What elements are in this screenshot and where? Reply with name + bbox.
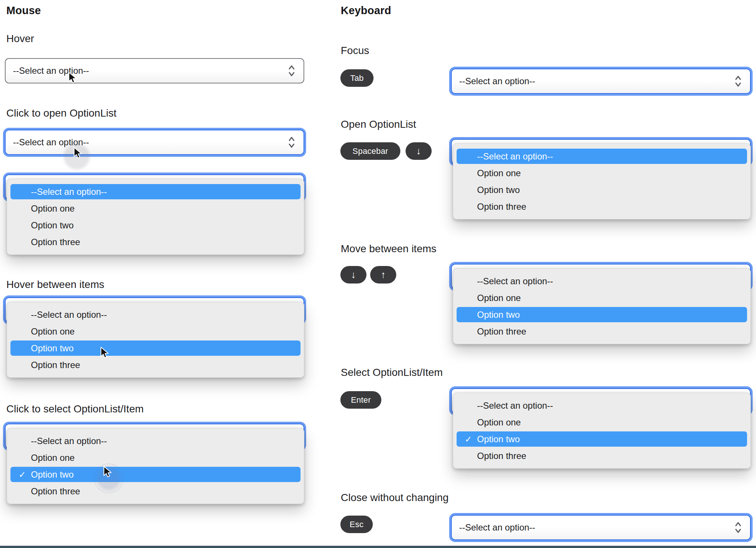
mouse-cursor-icon [72, 147, 83, 159]
optionlist-item[interactable]: Option three [7, 357, 304, 373]
key-arrow-up: ↑ [370, 266, 396, 283]
chevron-up-down-icon [734, 75, 742, 88]
optionlist-item[interactable]: Option one [7, 200, 304, 217]
key-esc: Esc [340, 516, 373, 533]
chevron-up-down-icon [288, 64, 295, 77]
optionlist-panel: --Select an option-- Option one Option t… [7, 179, 304, 255]
optionlist-item[interactable]: Option two [453, 181, 750, 198]
optionlist-item[interactable]: --Select an option-- [7, 306, 304, 323]
optionlist-item[interactable]: --Select an option-- [453, 273, 750, 289]
section-label-close: Close without changing [341, 492, 449, 504]
section-label-hover-items: Hover between items [6, 279, 104, 291]
optionlist-item-active[interactable]: Option two [457, 307, 747, 322]
select-value: --Select an option-- [459, 522, 535, 533]
optionlist-panel: --Select an option-- Option one ✓ Option… [7, 428, 304, 504]
section-label-select-item: Select OptionList/Item [341, 367, 443, 378]
section-label-click-select: Click to select OptionList/Item [6, 403, 144, 415]
check-icon: ✓ [19, 469, 26, 479]
select-close-example[interactable]: --Select an option-- [451, 515, 751, 540]
optionlist-item-selected[interactable]: --Select an option-- [457, 149, 747, 164]
optionlist-item[interactable]: Option three [7, 483, 304, 500]
optionlist-item[interactable]: --Select an option-- [7, 433, 304, 449]
chevron-up-down-icon [734, 521, 742, 534]
optionlist-item[interactable]: --Select an option-- [453, 397, 750, 414]
key-arrow-down: ↓ [340, 266, 366, 283]
section-label-move-items: Move between items [341, 243, 436, 255]
optionlist-item[interactable]: Option three [453, 447, 750, 464]
optionlist-item[interactable]: Option three [453, 323, 750, 340]
optionlist-item[interactable]: Option two [7, 217, 304, 234]
key-tab: Tab [340, 69, 374, 87]
optionlist-panel: --Select an option-- Option one Option t… [7, 302, 304, 378]
optionlist-item[interactable]: Option one [453, 165, 750, 181]
optionlist-panel: --Select an option-- Option one Option t… [453, 143, 751, 219]
select-hover-example[interactable]: --Select an option-- [5, 58, 304, 83]
optionlist-item[interactable]: Option three [7, 234, 304, 250]
mouse-cursor-icon [66, 72, 78, 84]
optionlist-item-selected[interactable]: --Select an option-- [10, 184, 301, 199]
optionlist-panel: --Select an option-- Option one ✓ Option… [453, 393, 751, 469]
optionlist-item[interactable]: Option one [7, 449, 304, 466]
section-label-focus: Focus [341, 45, 369, 57]
optionlist-item[interactable]: Option three [453, 198, 750, 215]
optionlist-panel: --Select an option-- Option one Option t… [453, 268, 751, 344]
optionlist-item[interactable]: Option one [453, 289, 750, 306]
section-label-click-open: Click to open OptionList [6, 107, 117, 119]
check-icon: ✓ [465, 434, 472, 444]
key-spacebar: Spacebar [340, 142, 400, 160]
section-label-open-optionlist: Open OptionList [341, 118, 416, 130]
key-arrow-down: ↓ [406, 142, 432, 160]
select-focus-example[interactable]: --Select an option-- [451, 69, 751, 94]
mouse-cursor-icon [101, 466, 113, 478]
optionlist-item[interactable]: Option one [453, 414, 750, 431]
select-value: --Select an option-- [459, 76, 535, 86]
optionlist-item[interactable]: Option one [7, 323, 304, 340]
optionlist-docs-screenshot: Mouse Hover --Select an option-- Click t… [0, 0, 756, 548]
optionlist-item-selected[interactable]: ✓ Option two [457, 431, 747, 447]
optionlist-item-hovered[interactable]: Option two [10, 340, 301, 356]
select-click-open-closed[interactable]: --Select an option-- [5, 130, 304, 155]
optionlist-item-selected[interactable]: ✓ Option two [10, 467, 301, 482]
section-label-hover: Hover [6, 33, 34, 45]
keyboard-column-title: Keyboard [341, 4, 391, 17]
mouse-cursor-icon [98, 346, 110, 359]
mouse-column-title: Mouse [6, 4, 41, 17]
chevron-up-down-icon [288, 136, 295, 149]
key-enter: Enter [340, 391, 381, 409]
section-divider [0, 546, 756, 548]
